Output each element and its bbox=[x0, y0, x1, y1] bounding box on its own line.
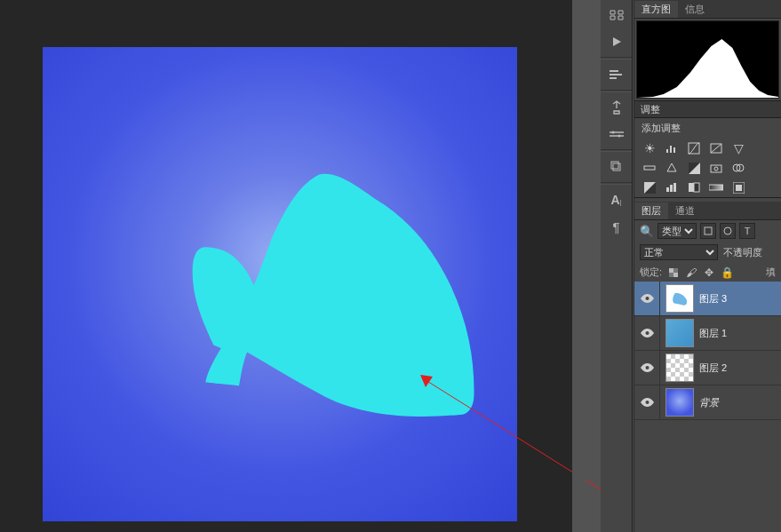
adjustments-subtitle: 添加调整 bbox=[634, 118, 781, 139]
search-icon: 🔍 bbox=[640, 225, 654, 238]
adjustments-panel-header: 调整 bbox=[634, 100, 781, 118]
svg-rect-3 bbox=[610, 70, 618, 72]
curves-icon[interactable] bbox=[686, 141, 702, 155]
hue-saturation-icon[interactable] bbox=[642, 161, 657, 175]
adjustments-row-1: ☀ ▽ bbox=[634, 139, 781, 158]
tab-info[interactable]: 信息 bbox=[678, 1, 712, 18]
threshold-icon[interactable] bbox=[686, 180, 702, 195]
adjustments-row-2 bbox=[634, 158, 781, 178]
svg-rect-9 bbox=[611, 162, 618, 169]
svg-point-34 bbox=[724, 227, 731, 234]
svg-rect-26 bbox=[670, 185, 673, 192]
layer-list: 图层 3图层 1图层 2背景 bbox=[634, 282, 781, 420]
right-panels-column: 直方图 信息 调整 添加调整 ☀ ▽ bbox=[634, 0, 781, 532]
filter-pixel-icon[interactable] bbox=[700, 223, 716, 239]
tab-layers[interactable]: 图层 bbox=[634, 202, 668, 219]
filter-type-icon[interactable]: T bbox=[739, 223, 755, 239]
clone-source-icon[interactable] bbox=[606, 156, 627, 178]
layer-row[interactable]: 图层 3 bbox=[634, 282, 781, 316]
visibility-toggle-icon[interactable] bbox=[634, 282, 660, 315]
svg-rect-37 bbox=[673, 273, 678, 277]
svg-rect-27 bbox=[673, 183, 676, 192]
svg-rect-13 bbox=[673, 147, 675, 153]
layer-row[interactable]: 图层 2 bbox=[634, 351, 781, 385]
svg-rect-5 bbox=[610, 77, 617, 79]
layer-thumbnail bbox=[665, 284, 694, 313]
brush-settings-icon[interactable] bbox=[606, 123, 627, 145]
collapse-panels-icon[interactable] bbox=[606, 4, 627, 26]
layer-name-label[interactable]: 图层 3 bbox=[699, 292, 781, 306]
color-balance-icon[interactable] bbox=[664, 161, 680, 175]
tab-histogram[interactable]: 直方图 bbox=[634, 1, 678, 18]
layer-name-label[interactable]: 图层 1 bbox=[699, 327, 781, 340]
panel-dock-iconstrip: A| ¶ bbox=[601, 0, 633, 532]
shoe-shape bbox=[185, 163, 488, 419]
opacity-label: 不透明度 bbox=[723, 246, 762, 259]
svg-rect-19 bbox=[711, 165, 721, 172]
layer-name-label[interactable]: 背景 bbox=[699, 396, 781, 409]
svg-rect-30 bbox=[709, 185, 723, 190]
layer-thumbnail bbox=[665, 388, 694, 417]
exposure-icon[interactable] bbox=[708, 141, 724, 155]
svg-rect-8 bbox=[613, 163, 620, 171]
lock-position-icon[interactable]: ✥ bbox=[703, 266, 715, 279]
layer-thumbnail bbox=[665, 353, 694, 382]
gradient-map-icon[interactable] bbox=[708, 180, 724, 195]
svg-rect-16 bbox=[644, 166, 655, 170]
histogram-panel-tabs: 直方图 信息 bbox=[634, 0, 781, 19]
tab-channels[interactable]: 通道 bbox=[668, 202, 702, 219]
vibrance-icon[interactable]: ▽ bbox=[730, 141, 746, 155]
selective-color-icon[interactable] bbox=[730, 180, 746, 195]
visibility-toggle-icon[interactable] bbox=[634, 351, 660, 385]
svg-rect-36 bbox=[669, 268, 673, 273]
svg-rect-29 bbox=[694, 183, 699, 192]
svg-rect-11 bbox=[666, 149, 668, 153]
svg-rect-12 bbox=[670, 146, 672, 153]
paragraph-panel-icon[interactable]: ¶ bbox=[606, 216, 627, 237]
channel-mixer-icon[interactable] bbox=[730, 161, 746, 175]
histogram-display bbox=[636, 20, 779, 99]
layers-panel: 图层 通道 🔍 类型 T 正常 不透明度 锁定: bbox=[634, 197, 781, 420]
layer-filter-type-select[interactable]: 类型 bbox=[657, 223, 697, 239]
adjustments-row-3 bbox=[634, 178, 781, 197]
layer-filter-row: 🔍 类型 T bbox=[634, 220, 781, 242]
black-white-icon[interactable] bbox=[686, 161, 702, 175]
canvas-area[interactable] bbox=[0, 0, 586, 532]
svg-rect-28 bbox=[689, 183, 694, 192]
svg-point-20 bbox=[714, 167, 718, 171]
svg-rect-25 bbox=[666, 187, 669, 192]
brightness-contrast-icon[interactable]: ☀ bbox=[642, 141, 657, 155]
visibility-toggle-icon[interactable] bbox=[634, 385, 660, 419]
layer-name-label[interactable]: 图层 2 bbox=[699, 361, 781, 375]
layer-row[interactable]: 图层 1 bbox=[634, 316, 781, 351]
svg-point-6 bbox=[611, 131, 614, 134]
svg-marker-10 bbox=[637, 39, 778, 98]
artboard bbox=[43, 47, 517, 521]
character-panel-icon[interactable]: A| bbox=[606, 189, 627, 210]
filter-adjustment-icon[interactable] bbox=[720, 223, 736, 239]
lock-transparency-icon[interactable] bbox=[667, 266, 680, 279]
brush-presets-icon[interactable] bbox=[606, 97, 627, 118]
photo-filter-icon[interactable] bbox=[708, 161, 724, 175]
svg-rect-33 bbox=[705, 227, 712, 234]
lock-label: 锁定: bbox=[640, 266, 662, 279]
paragraph-styles-icon[interactable] bbox=[606, 64, 627, 85]
visibility-toggle-icon[interactable] bbox=[634, 316, 660, 350]
layer-blend-row: 正常 不透明度 bbox=[634, 242, 781, 263]
svg-rect-4 bbox=[610, 74, 622, 75]
invert-icon[interactable] bbox=[642, 180, 657, 195]
svg-marker-2 bbox=[613, 37, 621, 46]
posterize-icon[interactable] bbox=[664, 180, 680, 195]
lock-pixels-icon[interactable]: 🖌 bbox=[685, 266, 697, 279]
levels-icon[interactable] bbox=[664, 141, 680, 155]
blend-mode-select[interactable]: 正常 bbox=[640, 244, 718, 260]
lock-all-icon[interactable]: 🔒 bbox=[721, 266, 733, 279]
layer-lock-row: 锁定: 🖌 ✥ 🔒 填 bbox=[634, 263, 781, 282]
layer-thumbnail bbox=[665, 319, 694, 347]
svg-rect-32 bbox=[736, 185, 742, 191]
play-icon[interactable] bbox=[606, 31, 627, 52]
svg-point-7 bbox=[618, 135, 620, 138]
layer-row[interactable]: 背景 bbox=[634, 385, 781, 420]
svg-point-40 bbox=[645, 331, 649, 335]
svg-point-41 bbox=[645, 366, 649, 369]
